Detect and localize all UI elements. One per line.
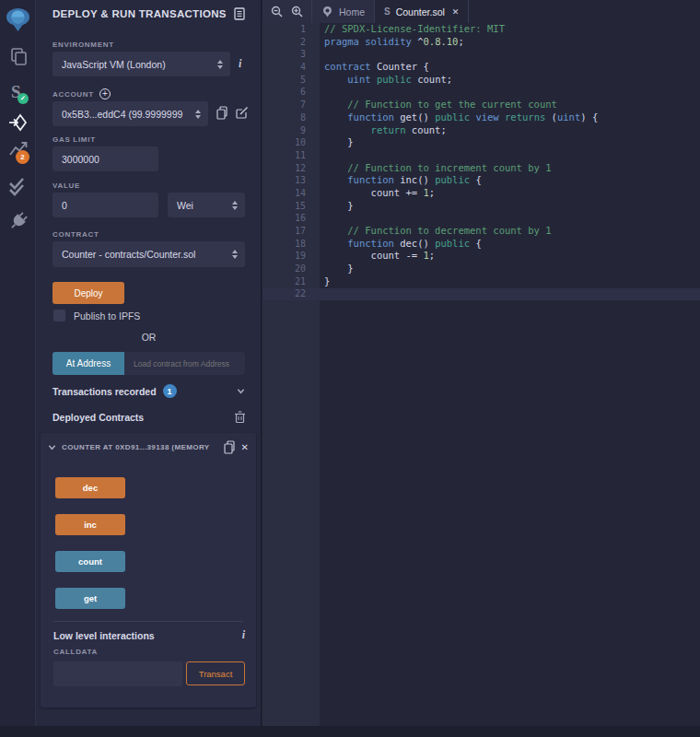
contract-value: Counter - contracts/Counter.sol: [62, 249, 227, 260]
sign-message-icon[interactable]: [236, 107, 249, 119]
close-tab-icon[interactable]: ✕: [452, 7, 460, 17]
value-label: VALUE: [52, 181, 80, 190]
at-address-button[interactable]: At Address: [52, 352, 124, 375]
low-level-info-icon[interactable]: i: [242, 628, 245, 642]
deployed-contract-title: COUNTER AT 0XD91...39138 (MEMORY: [62, 443, 218, 451]
remix-ide: S ✓ 2: [0, 0, 700, 737]
unit-testing-icon[interactable]: [0, 175, 36, 199]
analytics-count-badge: 2: [16, 150, 29, 164]
remove-contract-icon[interactable]: ✕: [241, 442, 249, 452]
select-stepper-icon: [232, 201, 238, 210]
gas-limit-input[interactable]: [52, 146, 158, 171]
compiler-success-badge: ✓: [18, 93, 29, 104]
fn-dec-button[interactable]: dec: [55, 477, 125, 498]
gas-limit-label: GAS LIMIT: [52, 135, 96, 144]
low-level-title: Low level interactions: [53, 630, 155, 641]
value-unit: Wei: [177, 200, 227, 211]
account-label: ACCOUNT: [52, 90, 94, 99]
environment-value: JavaScript VM (London): [62, 59, 212, 70]
terminal-edge[interactable]: [0, 726, 700, 737]
tab-counter-sol[interactable]: S Counter.sol ✕: [375, 0, 469, 23]
collapse-chevron-icon[interactable]: [48, 443, 56, 451]
editor-zoom-tools: [262, 0, 312, 23]
panel-title: DEPLOY & RUN TRANSACTIONS: [52, 8, 227, 19]
tab-label: Counter.sol: [396, 6, 445, 18]
zoom-in-icon[interactable]: [291, 6, 303, 18]
divider: [53, 621, 243, 622]
select-stepper-icon: [217, 60, 223, 69]
deploy-button[interactable]: Deploy: [52, 282, 124, 304]
at-address-input[interactable]: [124, 352, 245, 375]
trash-icon[interactable]: [235, 411, 245, 423]
file-explorer-icon[interactable]: [0, 46, 36, 68]
activity-bar: S ✓ 2: [0, 0, 36, 726]
select-stepper-icon: [195, 110, 201, 119]
solidity-file-icon: S: [384, 6, 391, 17]
transactions-count-badge: 1: [163, 384, 177, 398]
editor-tab-bar: Home S Counter.sol ✕: [262, 0, 700, 23]
deploy-and-run-icon[interactable]: [0, 111, 36, 134]
publish-ipfs-checkbox[interactable]: [53, 310, 65, 322]
plugin-manager-icon[interactable]: [0, 210, 36, 232]
solidity-compiler-icon[interactable]: S: [0, 79, 36, 107]
value-unit-select[interactable]: Wei: [168, 193, 245, 217]
select-stepper-icon: [232, 250, 238, 259]
or-label: OR: [52, 332, 245, 343]
deployed-contracts-label: Deployed Contracts: [52, 412, 144, 423]
remix-home-icon: [321, 6, 333, 18]
code-editor: 12345678910111213141516171819202122 // S…: [262, 0, 700, 726]
transactions-recorded-label: Transactions recorded: [52, 386, 157, 397]
account-select[interactable]: 0x5B3...eddC4 (99.9999999: [52, 101, 208, 126]
deployed-contract-card: COUNTER AT 0XD91...39138 (MEMORY ✕ dec i…: [41, 433, 256, 708]
fn-get-button[interactable]: get: [55, 588, 125, 609]
add-account-icon[interactable]: +: [99, 88, 111, 99]
contract-label: CONTRACT: [52, 230, 99, 239]
calldata-label: CALLDATA: [53, 648, 98, 656]
tab-home[interactable]: Home: [312, 0, 375, 23]
remix-logo-icon[interactable]: [0, 6, 36, 32]
environment-select[interactable]: JavaScript VM (London): [52, 52, 230, 76]
tab-label: Home: [339, 6, 365, 18]
chevron-down-icon[interactable]: [237, 387, 245, 395]
documentation-icon[interactable]: [234, 7, 245, 20]
environment-label: ENVIRONMENT: [52, 41, 114, 49]
fn-inc-button[interactable]: inc: [55, 514, 125, 535]
deploy-run-panel: DEPLOY & RUN TRANSACTIONS ENVIRONMENT Ja…: [36, 0, 262, 726]
transact-button[interactable]: Transact: [186, 661, 245, 685]
account-value: 0x5B3...eddC4 (99.9999999: [62, 109, 190, 120]
publish-ipfs-label: Publish to IPFS: [74, 310, 140, 322]
contract-select[interactable]: Counter - contracts/Counter.sol: [52, 241, 245, 267]
code-lines[interactable]: // SPDX-License-Identifier: MITpragma so…: [320, 23, 700, 300]
copy-address-icon[interactable]: [224, 440, 236, 454]
gutter: 12345678910111213141516171819202122: [262, 23, 320, 300]
fn-count-button[interactable]: count: [55, 551, 125, 572]
calldata-input[interactable]: [53, 661, 182, 686]
copy-account-icon[interactable]: [216, 106, 228, 120]
environment-info-icon[interactable]: i: [239, 57, 241, 71]
value-input[interactable]: [52, 193, 158, 217]
zoom-out-icon[interactable]: [271, 6, 283, 18]
